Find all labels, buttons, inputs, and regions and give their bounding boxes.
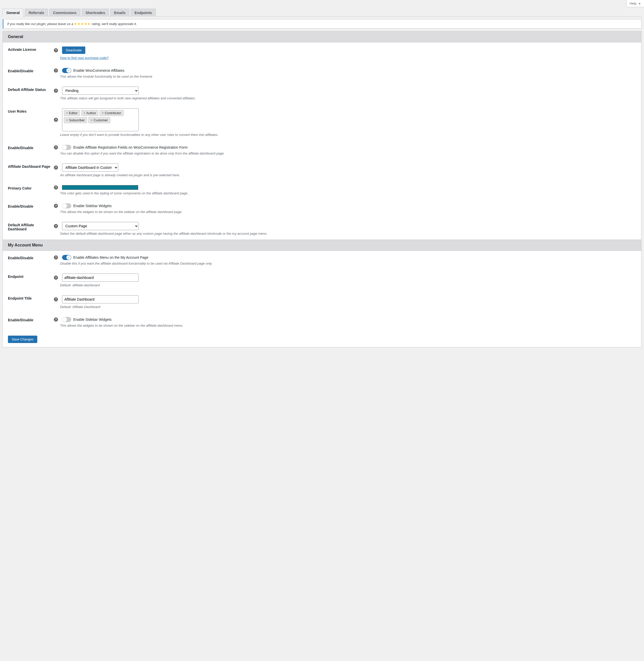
- star-icon: ★★★★★: [74, 22, 91, 26]
- close-icon[interactable]: ×: [84, 111, 85, 115]
- desc-default-dashboard: Select the default affiliate dashboard p…: [60, 232, 636, 235]
- tab-commissions[interactable]: Commissions: [49, 9, 80, 17]
- toggle-label-sidebar: Enable Sidebar Widgets: [73, 204, 112, 208]
- close-icon[interactable]: ×: [66, 111, 68, 115]
- input-endpoint[interactable]: [62, 274, 139, 282]
- label-endpoint-title: Endpoint Title: [3, 291, 54, 313]
- check-icon: ✓: [66, 68, 71, 73]
- tag-contributor[interactable]: ×Contributor: [99, 110, 123, 116]
- desc-endpoint: Default: affiliate-dashboard: [60, 283, 636, 287]
- deactivate-button[interactable]: Deactivate: [62, 46, 85, 54]
- toggle-enable-myaccount[interactable]: ✓: [62, 255, 71, 260]
- desc-enable-reg-fields: You can disable this option if you want …: [60, 152, 636, 155]
- tab-endpoints[interactable]: Endpoints: [131, 9, 156, 17]
- label-dashboard-page: Affiliate Dashboard Page: [3, 159, 54, 181]
- desc-primary-color: This color gets used in the styling of s…: [60, 191, 636, 195]
- label-enable-reg-fields: Enable/Disable: [3, 141, 54, 159]
- tag-subscriber[interactable]: ×Subscriber: [64, 117, 87, 123]
- label-enable-myaccount: Enable/Disable: [3, 251, 54, 270]
- tag-customer[interactable]: ×Customer: [88, 117, 110, 123]
- label-activate-license: Activate License: [3, 42, 54, 64]
- toggle-enable-sidebar-menu[interactable]: [62, 317, 71, 322]
- section-myaccount-title: My Account Menu: [3, 240, 641, 251]
- desc-enable-sidebar-menu: This allows the widgets to be shown on t…: [60, 324, 636, 327]
- select-default-dashboard[interactable]: Custom Page: [62, 222, 139, 230]
- color-picker-primary[interactable]: [62, 185, 138, 190]
- check-icon: ✓: [66, 255, 71, 260]
- desc-enable-sidebar: This allows the widgets to be shown on t…: [60, 210, 636, 214]
- help-icon[interactable]: ?: [54, 224, 58, 228]
- desc-enable-module: This allows the module functionality to …: [60, 74, 636, 78]
- label-default-status: Default Affiliate Status: [3, 83, 54, 104]
- label-endpoint: Endpoint: [3, 270, 54, 291]
- label-default-dashboard: Default Affiliate Dashboard: [3, 218, 54, 240]
- toggle-label-reg-fields: Enable Affiliate Registration Fields on …: [73, 145, 188, 150]
- help-icon[interactable]: ?: [54, 68, 58, 72]
- tab-referrals[interactable]: Referrals: [25, 9, 48, 17]
- section-general-title: General: [3, 31, 641, 42]
- purchase-code-link[interactable]: How to find your purchase code?: [60, 56, 109, 60]
- select-dashboard-page[interactable]: Affiliate Dashboard in Custom Page: [62, 163, 118, 172]
- tag-editor[interactable]: ×Editor: [64, 110, 80, 116]
- close-icon[interactable]: ×: [66, 118, 68, 122]
- help-tab[interactable]: Help ▼: [626, 0, 644, 7]
- desc-endpoint-title: Default: Affiliate Dashboard: [60, 305, 636, 309]
- help-icon[interactable]: ?: [54, 48, 58, 52]
- toggle-enable-reg-fields[interactable]: [62, 145, 71, 150]
- label-primary-color: Primary Color: [3, 181, 54, 199]
- save-changes-button[interactable]: Save Changes: [8, 336, 37, 343]
- help-icon[interactable]: ?: [54, 297, 58, 301]
- notice-text-before: If you really like our plugin, please le…: [7, 22, 74, 26]
- help-label: Help: [630, 2, 637, 5]
- select-default-status[interactable]: Pending: [62, 87, 139, 95]
- toggle-enable-module[interactable]: ✓: [62, 68, 71, 73]
- settings-tabs: General Referrals Commissions Shortcodes…: [3, 9, 641, 17]
- help-icon[interactable]: ?: [54, 276, 58, 280]
- label-enable-sidebar: Enable/Disable: [3, 199, 54, 218]
- help-icon[interactable]: ?: [54, 165, 58, 169]
- desc-enable-myaccount: Disable this if you want the affiliate d…: [60, 261, 636, 265]
- tab-general[interactable]: General: [3, 9, 23, 17]
- tab-emails[interactable]: Emails: [110, 9, 130, 17]
- help-icon[interactable]: ?: [54, 255, 58, 259]
- close-icon[interactable]: ×: [91, 118, 92, 122]
- label-user-roles: User Roles: [3, 104, 54, 141]
- desc-default-status: This affiliate status will get assigned …: [60, 96, 636, 100]
- toggle-label-myaccount: Enable Affiliates Menu on the My Account…: [73, 255, 148, 259]
- tag-author[interactable]: ×Author: [81, 110, 98, 116]
- help-icon[interactable]: ?: [54, 185, 58, 189]
- label-enable-sidebar-menu: Enable/Disable: [3, 313, 54, 332]
- help-icon[interactable]: ?: [54, 204, 58, 208]
- toggle-enable-sidebar[interactable]: [62, 203, 71, 208]
- toggle-label-enable-module: Enable WooCommerce Affiliates: [73, 68, 124, 72]
- chevron-down-icon: ▼: [638, 2, 641, 5]
- toggle-label-sidebar-menu: Enable Sidebar Widgets: [73, 317, 112, 322]
- help-icon[interactable]: ?: [54, 118, 58, 122]
- help-icon[interactable]: ?: [54, 145, 58, 150]
- help-icon[interactable]: ?: [54, 89, 58, 93]
- notice-text-after: rating, we'll really appreciate it.: [91, 22, 137, 26]
- desc-user-roles: Leave empty if you don't want to provide…: [60, 133, 636, 137]
- user-roles-input[interactable]: ×Editor ×Author ×Contributor ×Subscriber…: [62, 108, 139, 131]
- label-enable-module: Enable/Disable: [3, 64, 54, 83]
- input-endpoint-title[interactable]: [62, 295, 139, 303]
- tab-shortcodes[interactable]: Shortcodes: [82, 9, 109, 17]
- desc-dashboard-page: An affiliate dashboard page is already c…: [60, 173, 636, 177]
- rating-notice: If you really like our plugin, please le…: [3, 19, 641, 29]
- help-icon[interactable]: ?: [54, 317, 58, 322]
- close-icon[interactable]: ×: [102, 111, 104, 115]
